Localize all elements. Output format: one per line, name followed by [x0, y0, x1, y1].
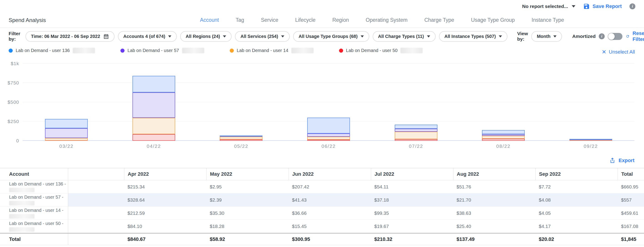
filter-dropdown[interactable]: All Services (254) — [235, 31, 290, 42]
bar-segment[interactable] — [307, 133, 350, 137]
bar-segment[interactable] — [45, 138, 88, 141]
tab-region[interactable]: Region — [332, 17, 349, 23]
column-header[interactable]: Aug 2022 — [453, 168, 536, 180]
bar-segment[interactable] — [45, 119, 88, 128]
export-icon — [609, 157, 616, 164]
bar-segment[interactable] — [395, 129, 438, 132]
column-header[interactable]: Sep 2022 — [536, 168, 618, 180]
redacted-text — [400, 48, 423, 53]
total-cell: $58.92 — [206, 234, 288, 245]
table-row[interactable]: Lab on Demand - user 136 -$215.34$2.95$2… — [0, 180, 644, 193]
bar-segment[interactable] — [482, 134, 525, 136]
bar-segment[interactable] — [395, 132, 438, 139]
legend-item[interactable]: Lab on Demand - user 136 — [9, 48, 95, 55]
table-row[interactable]: Lab on Demand - user 14 -$212.59$35.30$3… — [0, 207, 644, 220]
tab-operating-system[interactable]: Operating System — [366, 17, 408, 23]
bar-segment[interactable] — [482, 136, 525, 139]
bar-segment[interactable] — [482, 130, 525, 134]
time-filter-pill[interactable]: Time: 06 Mar 2022 - 06 Sep 2022 — [26, 31, 114, 42]
cell-spacer — [68, 207, 124, 220]
tab-usage-type-group[interactable]: Usage Type Group — [471, 17, 515, 23]
top-bar: No report selected... Save Report i — [0, 0, 644, 13]
column-header[interactable]: Total — [618, 168, 644, 180]
total-cell: $137.49 — [453, 234, 536, 245]
column-header[interactable]: Jun 2022 — [288, 168, 371, 180]
x-axis-label: 06/22 — [322, 143, 336, 149]
bar-segment[interactable] — [45, 128, 88, 138]
bar-segment[interactable] — [307, 118, 350, 134]
chevron-down-icon — [281, 35, 284, 37]
tab-account[interactable]: Account — [200, 17, 219, 23]
filter-dropdown[interactable]: All Charge Types (11) — [373, 31, 436, 42]
bar-segment[interactable] — [132, 118, 175, 134]
tab-instance-type[interactable]: Instance Type — [532, 17, 564, 23]
bar-06/22[interactable] — [307, 64, 350, 141]
table-cell: $212.59 — [124, 207, 206, 220]
filter-dropdown[interactable]: Accounts 4 (of 674) — [118, 31, 177, 42]
plot-area: 03/2204/2205/2206/2207/2208/2209/22 — [23, 64, 634, 141]
table-cell: $37.18 — [371, 193, 453, 206]
bar-07/22[interactable] — [395, 64, 438, 141]
export-button[interactable]: Export — [609, 157, 634, 164]
bar-segment[interactable] — [220, 139, 262, 141]
column-header[interactable]: Jul 2022 — [371, 168, 453, 180]
column-header[interactable]: May 2022 — [206, 168, 288, 180]
bar-segment[interactable] — [220, 137, 262, 139]
account-cell-content: Lab on Demand - user 50 - — [9, 221, 64, 232]
x-axis-label: 03/22 — [59, 143, 74, 149]
legend-item[interactable]: Lab on Demand - user 14 — [230, 48, 314, 55]
bar-09/22[interactable] — [570, 64, 612, 141]
filter-dropdown[interactable]: All Regions (24) — [180, 31, 232, 42]
bar-03/22[interactable] — [45, 64, 88, 141]
bar-04/22[interactable] — [132, 64, 175, 141]
report-selector-dropdown[interactable]: No report selected... — [522, 4, 575, 9]
view-by-value: Month — [537, 34, 550, 39]
bar-segment[interactable] — [132, 134, 175, 141]
tab-service[interactable]: Service — [261, 17, 278, 23]
bar-segment[interactable] — [307, 137, 350, 139]
filter-dropdowns: Accounts 4 (of 674)All Regions (24)All S… — [118, 31, 508, 42]
legend-item[interactable]: Lab on Demand - user 57 — [120, 48, 204, 55]
export-row: Export — [0, 154, 644, 167]
bar-08/22[interactable] — [482, 64, 525, 141]
legend-item[interactable]: Lab on Demand - user 50 — [339, 48, 423, 55]
view-by-label: View by: — [517, 31, 528, 42]
chart-column: 05/22 — [198, 64, 285, 141]
tab-charge-type[interactable]: Charge Type — [424, 17, 454, 23]
amortized-label: Amortized — [572, 34, 596, 39]
account-cell: Lab on Demand - user 14 - — [0, 207, 68, 220]
unselect-all-button[interactable]: ✕ Unselect All — [602, 49, 635, 55]
column-header-account[interactable]: Account — [0, 168, 68, 180]
tab-lifecycle[interactable]: Lifecycle — [295, 17, 316, 23]
table-cell: $167.08 — [618, 220, 644, 233]
view-by-dropdown[interactable]: Month — [531, 31, 562, 42]
amortized-toggle[interactable] — [608, 33, 622, 40]
chart-column: 06/22 — [285, 64, 372, 141]
column-header[interactable]: Apr 2022 — [124, 168, 206, 180]
bar-segment[interactable] — [132, 92, 175, 118]
filter-dropdown[interactable]: All Instance Types (507) — [439, 31, 508, 42]
bar-segment[interactable] — [220, 136, 262, 136]
total-cell: $840.67 — [124, 234, 206, 245]
filter-dropdown[interactable]: All Usage Type Groups (68) — [293, 31, 369, 42]
chart-column: 04/22 — [110, 64, 198, 141]
bar-segment[interactable] — [395, 125, 438, 129]
info-icon[interactable]: i — [599, 33, 605, 39]
chart-column: 09/22 — [547, 64, 634, 141]
bar-segment[interactable] — [482, 139, 525, 141]
table-row[interactable]: Lab on Demand - user 57 -$328.64$2.39$41… — [0, 193, 644, 207]
reset-filters-button[interactable]: Reset Filters — [626, 30, 644, 42]
filter-dropdown-label: All Instance Types (507) — [444, 34, 496, 39]
save-report-button[interactable]: Save Report — [583, 3, 622, 10]
table-cell: $4.05 — [536, 207, 618, 220]
bar-segment[interactable] — [132, 76, 175, 92]
bar-segment[interactable] — [307, 140, 350, 141]
account-cell: Lab on Demand - user 57 - — [0, 193, 68, 206]
info-icon[interactable]: i — [630, 3, 635, 9]
bar-segment[interactable] — [570, 139, 612, 140]
y-axis-tick-label: 0 — [16, 138, 19, 143]
table-row[interactable]: Lab on Demand - user 50 -$84.10$18.28$15… — [0, 220, 644, 233]
bar-05/22[interactable] — [220, 64, 262, 141]
bar-segment[interactable] — [395, 139, 438, 141]
tab-tag[interactable]: Tag — [236, 17, 244, 23]
